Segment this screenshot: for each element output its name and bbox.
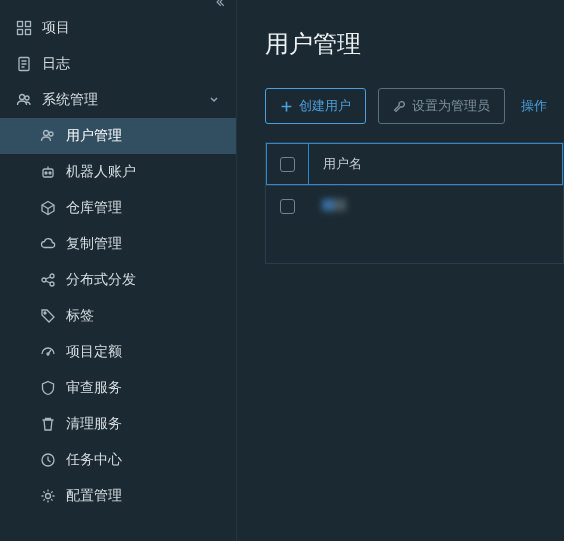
table-row[interactable] xyxy=(266,185,563,227)
select-all-checkbox[interactable] xyxy=(280,157,295,172)
sidebar-sub-label: 标签 xyxy=(66,307,94,325)
tag-icon xyxy=(40,308,56,324)
svg-point-6 xyxy=(25,96,29,100)
svg-point-14 xyxy=(50,282,54,286)
row-checkbox[interactable] xyxy=(280,199,295,214)
svg-rect-1 xyxy=(26,22,31,27)
svg-point-10 xyxy=(45,172,47,174)
sidebar-sub-robot-accounts[interactable]: 机器人账户 xyxy=(0,154,236,190)
svg-point-11 xyxy=(49,172,51,174)
svg-point-7 xyxy=(44,131,49,136)
main-content: 用户管理 创建用户 设置为管理员 操作 用户名 xyxy=(237,0,564,541)
users-table: 用户名 xyxy=(265,142,564,264)
sidebar-sub-garbage-collection[interactable]: 清理服务 xyxy=(0,406,236,442)
cube-icon xyxy=(40,200,56,216)
sidebar-sub-interrogation[interactable]: 审查服务 xyxy=(0,370,236,406)
svg-point-13 xyxy=(50,274,54,278)
sidebar-item-projects[interactable]: 项目 xyxy=(0,10,236,46)
wrench-icon xyxy=(393,100,406,113)
document-icon xyxy=(16,56,32,72)
svg-point-15 xyxy=(44,312,46,314)
svg-point-8 xyxy=(49,132,53,136)
chevron-down-icon xyxy=(208,92,220,108)
sidebar-sub-label: 项目定额 xyxy=(66,343,122,361)
users-small-icon xyxy=(40,128,56,144)
sidebar-sub-job-service[interactable]: 任务中心 xyxy=(0,442,236,478)
table-header-row: 用户名 xyxy=(266,143,563,185)
share-icon xyxy=(40,272,56,288)
sidebar: 项目 日志 系统管理 用户管理 机器人账户 仓库管理 xyxy=(0,0,237,541)
create-user-button[interactable]: 创建用户 xyxy=(265,88,366,124)
cloud-icon xyxy=(40,236,56,252)
svg-point-18 xyxy=(46,494,51,499)
gauge-icon xyxy=(40,344,56,360)
sidebar-sub-distribution[interactable]: 分布式分发 xyxy=(0,262,236,298)
redacted-username xyxy=(322,199,362,211)
svg-rect-3 xyxy=(26,30,31,35)
cell-username xyxy=(308,199,563,214)
sidebar-sub-label: 任务中心 xyxy=(66,451,122,469)
row-select-cell xyxy=(266,186,308,227)
sidebar-item-label: 系统管理 xyxy=(42,91,98,109)
sidebar-sub-configuration[interactable]: 配置管理 xyxy=(0,478,236,514)
grid-icon xyxy=(16,20,32,36)
svg-point-5 xyxy=(20,95,25,100)
toolbar: 创建用户 设置为管理员 操作 xyxy=(265,88,564,124)
sidebar-sub-label: 机器人账户 xyxy=(66,163,136,181)
sidebar-sub-label: 用户管理 xyxy=(66,127,122,145)
sidebar-item-logs[interactable]: 日志 xyxy=(0,46,236,82)
select-all-cell xyxy=(267,144,309,184)
svg-point-12 xyxy=(42,278,46,282)
users-icon xyxy=(16,92,32,108)
sidebar-sub-labels[interactable]: 标签 xyxy=(0,298,236,334)
sidebar-sub-label: 分布式分发 xyxy=(66,271,136,289)
sidebar-sub-repositories[interactable]: 仓库管理 xyxy=(0,190,236,226)
sidebar-sub-label: 仓库管理 xyxy=(66,199,122,217)
plus-icon xyxy=(280,100,293,113)
sidebar-sub-user-management[interactable]: 用户管理 xyxy=(0,118,236,154)
sidebar-sub-label: 配置管理 xyxy=(66,487,122,505)
page-title: 用户管理 xyxy=(265,28,564,60)
sidebar-sub-replication[interactable]: 复制管理 xyxy=(0,226,236,262)
svg-point-16 xyxy=(47,353,49,355)
sidebar-item-label: 日志 xyxy=(42,55,70,73)
sidebar-sub-label: 清理服务 xyxy=(66,415,122,433)
set-admin-button[interactable]: 设置为管理员 xyxy=(378,88,505,124)
sidebar-item-label: 项目 xyxy=(42,19,70,37)
button-label: 操作 xyxy=(521,97,547,115)
sidebar-sub-quotas[interactable]: 项目定额 xyxy=(0,334,236,370)
robot-icon xyxy=(40,164,56,180)
clock-icon xyxy=(40,452,56,468)
shield-icon xyxy=(40,380,56,396)
gear-icon xyxy=(40,488,56,504)
table-footer xyxy=(266,227,563,263)
button-label: 创建用户 xyxy=(299,97,351,115)
trash-icon xyxy=(40,416,56,432)
svg-rect-0 xyxy=(18,22,23,27)
sidebar-sub-label: 审查服务 xyxy=(66,379,122,397)
sidebar-collapse-icon[interactable] xyxy=(214,0,226,10)
svg-rect-2 xyxy=(18,30,23,35)
sidebar-item-system-management[interactable]: 系统管理 xyxy=(0,82,236,118)
actions-button[interactable]: 操作 xyxy=(517,88,551,124)
button-label: 设置为管理员 xyxy=(412,97,490,115)
sidebar-sub-label: 复制管理 xyxy=(66,235,122,253)
column-header-username[interactable]: 用户名 xyxy=(309,155,562,173)
